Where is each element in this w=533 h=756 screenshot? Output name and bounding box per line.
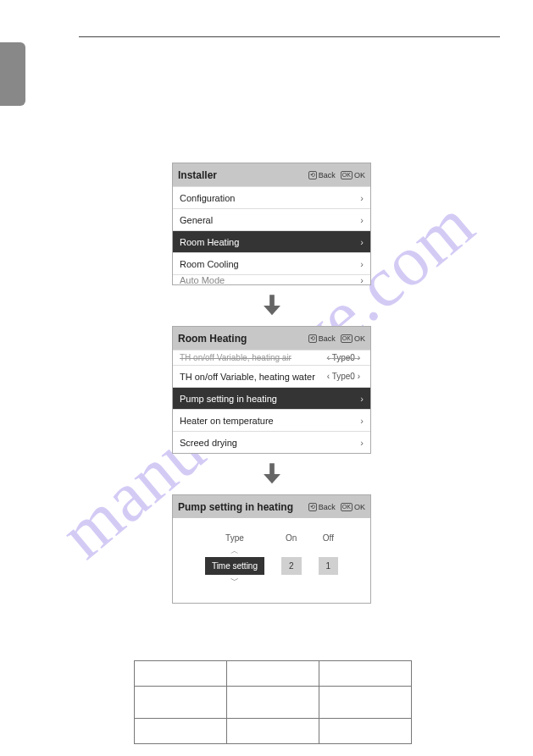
panel-room-heating-header: Room Heating ⟲ Back OK OK bbox=[173, 327, 370, 350]
menu-item-label: Room Cooling bbox=[180, 259, 239, 269]
menu-item-configuration[interactable]: Configuration › bbox=[173, 186, 370, 208]
on-header: On bbox=[286, 533, 297, 543]
menu-item-label: Pump setting in heating bbox=[180, 394, 277, 404]
back-icon: ⟲ bbox=[308, 171, 317, 179]
chevron-right-icon: › bbox=[360, 237, 364, 247]
menu-item-label: TH on/off Variable, heating water bbox=[180, 372, 315, 382]
ok-label: OK bbox=[354, 171, 365, 179]
menu-item-pump-setting-heating[interactable]: Pump setting in heating › bbox=[173, 387, 370, 409]
chevron-right-icon: › bbox=[360, 394, 364, 404]
ok-icon: OK bbox=[341, 171, 353, 179]
menu-item-auto-mode[interactable]: Auto Mode › bbox=[173, 274, 370, 284]
arrow-down-icon bbox=[172, 291, 371, 320]
menu-item-label: General bbox=[180, 215, 213, 225]
back-icon: ⟲ bbox=[308, 503, 317, 511]
menu-item-th-heating-air[interactable]: TH on/off Variable, heating air ‹ Type0 … bbox=[173, 350, 370, 365]
menu-item-label: Heater on temperature bbox=[180, 416, 274, 426]
value-table bbox=[134, 660, 412, 744]
menu-item-screed-drying[interactable]: Screed drying › bbox=[173, 431, 370, 453]
ok-button[interactable]: OK OK bbox=[341, 503, 365, 511]
panel-room-heating: Room Heating ⟲ Back OK OK TH on/off Vari… bbox=[172, 326, 371, 454]
menu-item-room-cooling[interactable]: Room Cooling › bbox=[173, 252, 370, 274]
menu-item-value: ‹ Type0 › bbox=[327, 372, 360, 381]
page-side-tab bbox=[0, 42, 25, 106]
off-stepper[interactable]: Off ︿ 1 ﹀ bbox=[319, 533, 339, 584]
off-value: 1 bbox=[319, 557, 339, 575]
ok-button[interactable]: OK OK bbox=[341, 171, 365, 179]
table-row bbox=[135, 687, 412, 719]
ok-label: OK bbox=[354, 334, 365, 343]
type-value: Time setting bbox=[205, 557, 264, 575]
panel-room-heating-title: Room Heating bbox=[178, 333, 247, 345]
back-label: Back bbox=[319, 171, 336, 179]
table-row bbox=[135, 661, 412, 687]
menu-item-label: Screed drying bbox=[180, 438, 237, 448]
chevron-right-icon: › bbox=[360, 259, 364, 269]
panel-installer: Installer ⟲ Back OK OK Configuration › G… bbox=[172, 163, 371, 285]
panel-installer-header: Installer ⟲ Back OK OK bbox=[173, 163, 370, 186]
panel-pump-setting-title: Pump setting in heating bbox=[178, 501, 293, 513]
panel-installer-title: Installer bbox=[178, 169, 217, 181]
menu-item-general[interactable]: General › bbox=[173, 208, 370, 230]
menu-item-value: ‹ Type0 › bbox=[327, 353, 360, 362]
pump-setting-body: Type ︿ Time setting ﹀ On ︿ 2 ﹀ Off ︿ 1 ﹀ bbox=[173, 518, 370, 603]
menu-item-label: Room Heating bbox=[180, 237, 239, 247]
chevron-right-icon: › bbox=[360, 215, 364, 225]
ok-icon: OK bbox=[341, 503, 353, 511]
chevron-right-icon: › bbox=[360, 438, 364, 448]
type-stepper[interactable]: Type ︿ Time setting ﹀ bbox=[205, 533, 264, 584]
chevron-right-icon: › bbox=[360, 193, 364, 203]
back-label: Back bbox=[319, 334, 336, 343]
back-icon: ⟲ bbox=[308, 334, 317, 343]
back-button[interactable]: ⟲ Back bbox=[308, 171, 336, 179]
off-header: Off bbox=[323, 533, 334, 543]
menu-item-label: Auto Mode bbox=[180, 275, 225, 285]
on-stepper[interactable]: On ︿ 2 ﹀ bbox=[281, 533, 302, 584]
ok-icon: OK bbox=[341, 334, 353, 343]
panel-pump-setting-header: Pump setting in heating ⟲ Back OK OK bbox=[173, 495, 370, 518]
on-value: 2 bbox=[281, 557, 302, 575]
menu-item-heater-on-temperature[interactable]: Heater on temperature › bbox=[173, 409, 370, 431]
menu-item-room-heating[interactable]: Room Heating › bbox=[173, 230, 370, 252]
caret-up-icon[interactable]: ︿ bbox=[230, 548, 239, 555]
ok-label: OK bbox=[354, 503, 365, 511]
back-button[interactable]: ⟲ Back bbox=[308, 503, 336, 511]
caret-down-icon[interactable]: ﹀ bbox=[230, 577, 239, 584]
menu-item-th-heating-water[interactable]: TH on/off Variable, heating water ‹ Type… bbox=[173, 365, 370, 387]
menu-item-label: Configuration bbox=[180, 193, 235, 203]
ok-button[interactable]: OK OK bbox=[341, 334, 365, 343]
back-button[interactable]: ⟲ Back bbox=[308, 334, 336, 343]
panel-pump-setting: Pump setting in heating ⟲ Back OK OK Typ… bbox=[172, 494, 371, 604]
arrow-down-icon bbox=[172, 460, 371, 488]
chevron-right-icon: › bbox=[360, 416, 364, 426]
table-row bbox=[135, 719, 412, 744]
menu-item-label: TH on/off Variable, heating air bbox=[180, 353, 291, 362]
back-label: Back bbox=[319, 503, 336, 511]
chevron-right-icon: › bbox=[360, 275, 364, 285]
header-rule bbox=[79, 36, 500, 37]
type-header: Type bbox=[225, 533, 244, 543]
